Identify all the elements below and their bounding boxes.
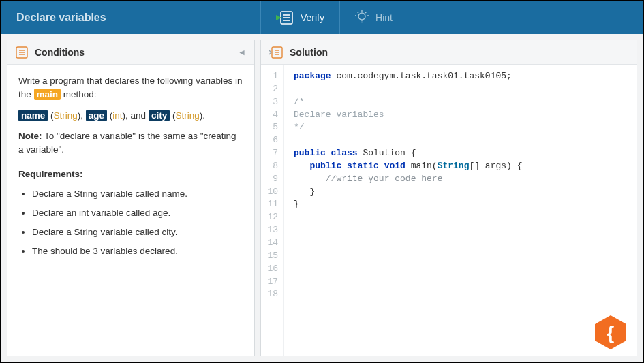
header-bar: Declare variables Verify Hint	[1, 1, 643, 34]
code-area[interactable]: package com.codegym.task.task01.task0105…	[284, 65, 522, 356]
list-icon	[16, 46, 28, 59]
svg-line-11	[358, 12, 359, 14]
code-editor[interactable]: 1 2 3 4 5 6 7 8 9 10 11 12 13 14 15 16 1…	[261, 65, 637, 356]
verify-icon	[276, 10, 294, 25]
var-age-tag: age	[86, 110, 107, 121]
list-item: The should be 3 variables declared.	[32, 244, 243, 258]
svg-line-12	[365, 12, 367, 14]
solution-title: Solution	[290, 47, 328, 58]
verify-button[interactable]: Verify	[260, 1, 339, 34]
list-item: Declare a String variable called name.	[32, 187, 243, 201]
conditions-header: Conditions ◄	[7, 40, 254, 65]
main-tag: main	[34, 89, 61, 100]
list-item: Declare an int variable called age.	[32, 206, 243, 220]
solution-header: Solution	[261, 40, 637, 65]
code-file-icon	[269, 46, 283, 59]
hint-label: Hint	[375, 12, 393, 23]
requirements-heading: Requirements:	[18, 168, 243, 181]
var-city-tag: city	[149, 110, 170, 121]
collapse-left-icon[interactable]: ◄	[238, 48, 246, 57]
list-item: Declare a String variable called city.	[32, 225, 243, 239]
hint-button[interactable]: Hint	[339, 1, 408, 34]
lightbulb-icon	[355, 10, 369, 25]
conditions-body: Write a program that declares the follow…	[7, 65, 254, 274]
solution-panel: Solution 1 2 3 4 5 6 7 8 9 10 11 12 13 1…	[260, 40, 637, 356]
svg-text:{: {	[607, 322, 615, 343]
conditions-title: Conditions	[35, 47, 85, 58]
task-title: Declare variables	[1, 1, 260, 34]
line-gutter: 1 2 3 4 5 6 7 8 9 10 11 12 13 14 15 16 1…	[261, 65, 284, 356]
codegym-logo-icon[interactable]: {	[592, 314, 629, 351]
verify-label: Verify	[301, 12, 324, 23]
svg-point-5	[358, 13, 365, 20]
requirements-list: Declare a String variable called name. D…	[18, 187, 243, 259]
var-name-tag: name	[18, 110, 48, 121]
note-text: Note: To "declare a variable" is the sam…	[18, 129, 243, 157]
conditions-panel: Conditions ◄ Write a program that declar…	[7, 40, 255, 356]
vars-line: name (String), age (int), and city (Stri…	[18, 109, 243, 123]
main-area: Conditions ◄ Write a program that declar…	[1, 34, 643, 362]
intro-text: Write a program that declares the follow…	[18, 74, 243, 102]
